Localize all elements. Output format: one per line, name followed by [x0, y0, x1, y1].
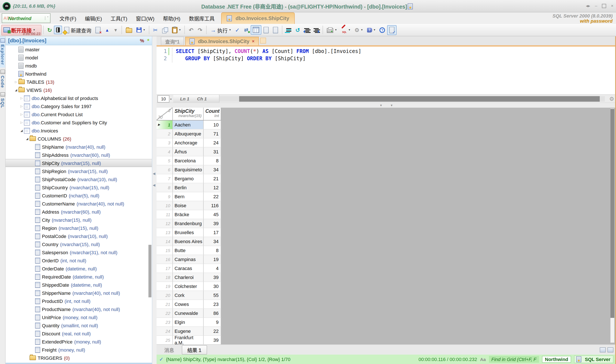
percent-icon[interactable]: %	[140, 38, 144, 43]
table-row[interactable]: 20Cork55	[157, 291, 221, 300]
row-number-cell[interactable]: 23	[157, 318, 173, 327]
tree-item-shipaddress[interactable]: ShipAddress(nvarchar(60), null)	[6, 151, 152, 159]
row-number-cell[interactable]: 12	[157, 219, 173, 228]
cell-count[interactable]: 34	[204, 237, 221, 246]
cell-shipcity[interactable]: Charleroi	[173, 273, 204, 282]
row-number-cell[interactable]: 18	[157, 273, 173, 282]
tree-item-productname[interactable]: ProductName(nvarchar(40), not null)	[6, 305, 152, 313]
chevron-down-icon[interactable]: ▾	[170, 97, 172, 100]
cell-count[interactable]: 34	[204, 165, 221, 174]
tree-item-customername[interactable]: CustomerName(nvarchar(40), not null)	[6, 199, 152, 208]
tree-item-model[interactable]: model	[6, 53, 152, 62]
tree-item-master[interactable]: master	[6, 45, 152, 53]
cell-count[interactable]: 55	[204, 291, 221, 300]
menu-item[interactable]: 窗口(W)	[132, 13, 158, 24]
sidebar-tab-explorer[interactable]: Explorer	[0, 36, 5, 67]
cell-shipcity[interactable]: Bergamo	[173, 174, 204, 183]
tree-item-shipcountry[interactable]: ShipCountry(nvarchar(15), null)	[6, 183, 152, 191]
tab-messages[interactable]: 消息	[159, 345, 179, 354]
cell-count[interactable]: 22	[204, 192, 221, 201]
cell-shipcity[interactable]: Frankfurt a.M.	[173, 336, 204, 344]
move-up-button[interactable]: ▲	[103, 26, 111, 34]
editor-results-splitter[interactable]: ▼ ▼	[157, 103, 616, 108]
cell-count[interactable]: 45	[204, 210, 221, 219]
table-row[interactable]: 5Barcelona8	[157, 156, 221, 165]
menu-item[interactable]: 文件(F)	[56, 13, 80, 24]
table-row[interactable]: ▶1Aachen10	[157, 120, 221, 130]
sidebar-tab-sql[interactable]: SQL	[0, 90, 5, 110]
maximize-button[interactable]	[602, 4, 606, 8]
grid-view-button[interactable]	[250, 25, 261, 35]
expand-arrow-icon[interactable]: ◢	[14, 88, 18, 92]
tree-item-discount[interactable]: Discount(real, not null)	[6, 329, 152, 338]
cell-count[interactable]: 116	[204, 201, 221, 210]
expand-arrow-icon[interactable]: ◢	[25, 137, 29, 140]
cell-count[interactable]: 21	[204, 174, 221, 183]
cell-shipcity[interactable]: Brandenburg	[173, 219, 204, 228]
new-tab-stub[interactable]	[260, 38, 266, 44]
refresh-button[interactable]: ↻	[45, 26, 54, 34]
cell-shipcity[interactable]: Bruxelles	[173, 228, 204, 237]
cell-count[interactable]: 39	[204, 273, 221, 282]
table-row[interactable]: 21Cowes23	[157, 300, 221, 309]
close-button[interactable]: ×	[611, 4, 614, 8]
tree-item-shippeddate[interactable]: ShippedDate(datetime, null)	[6, 281, 152, 289]
tree-item-shippername[interactable]: ShipperName(nvarchar(40), not null)	[6, 289, 152, 297]
tree-item-shipname[interactable]: ShipName(nvarchar(40), null)	[6, 143, 152, 151]
cell-count[interactable]: 9	[204, 318, 221, 327]
cell-shipcity[interactable]: Anchorage	[173, 138, 204, 147]
new-query-button[interactable]: 新建查询	[62, 25, 94, 35]
row-number-cell[interactable]: ▶1	[157, 120, 173, 130]
results-vscrollbar-thumb[interactable]	[610, 109, 614, 318]
tree-item-northwind[interactable]: Northwind	[6, 70, 152, 78]
row-number-cell[interactable]: 9	[157, 192, 173, 201]
editor-line[interactable]: 2 GROUP BY [ShipCity] ORDER BY [ShipCity…	[157, 55, 616, 62]
cut-button[interactable]: ✂	[151, 26, 160, 34]
text-result-button[interactable]	[261, 25, 271, 35]
cell-count[interactable]: 39	[204, 219, 221, 228]
cell-shipcity[interactable]: Albuquerque	[173, 130, 204, 138]
cell-shipcity[interactable]: Cork	[173, 291, 204, 300]
tree-item-shippostalcode[interactable]: ShipPostalCode(nvarchar(10), null)	[6, 175, 152, 183]
expand-arrow-icon[interactable]: ▷	[19, 96, 24, 100]
menu-item[interactable]: 工具(T)	[107, 13, 131, 24]
row-number-cell[interactable]: 22	[157, 309, 173, 318]
table-row[interactable]: 18Charleroi39	[157, 273, 221, 282]
table-row[interactable]: 8Berlin12	[157, 183, 221, 192]
tree-item-columns[interactable]: ◢COLUMNS(26)	[6, 135, 152, 143]
close-tab-icon[interactable]: ×	[252, 39, 255, 44]
cell-count[interactable]: 17	[204, 228, 221, 237]
table-row[interactable]: 19Colchester30	[157, 282, 221, 291]
row-number-cell[interactable]: 4	[157, 147, 173, 156]
editor-line[interactable]: 1SELECT [ShipCity], COUNT(*) AS [Count] …	[157, 48, 616, 55]
tree-item-current-product-list[interactable]: ▷dbo.Current Product List	[6, 110, 152, 118]
table-row[interactable]: 10Boise116	[157, 201, 221, 210]
row-number-cell[interactable]: 8	[157, 183, 173, 192]
cell-count[interactable]: 39	[204, 336, 221, 344]
validate-button[interactable]: ✓	[233, 26, 242, 34]
tree-item-invoices[interactable]: ◢dbo.Invoices	[6, 127, 152, 135]
row-number-cell[interactable]: 25	[157, 336, 173, 344]
tab-invoices-shipcity[interactable]: dbo.Invoices.ShipCity ×	[185, 37, 259, 45]
cell-count[interactable]: 24	[204, 138, 221, 147]
document-tab[interactable]: dbo.Invoices.ShipCity	[221, 13, 295, 24]
expand-arrow-icon[interactable]: ▷	[19, 104, 24, 108]
cell-shipcity[interactable]: Campinas	[173, 255, 204, 264]
collapse-left-icon[interactable]: ◀	[153, 172, 155, 176]
cell-count[interactable]: 8	[204, 156, 221, 165]
minimize-button[interactable]: –	[595, 4, 597, 8]
cell-count[interactable]: 30	[204, 282, 221, 291]
table-row[interactable]: 22Cunewalde86	[157, 309, 221, 318]
export-grid-icon[interactable]	[600, 347, 606, 352]
cell-shipcity[interactable]: Caracas	[173, 264, 204, 273]
tree-item-unitprice[interactable]: UnitPrice(money, not null)	[6, 313, 152, 321]
table-row[interactable]: 16Campinas19	[157, 255, 221, 264]
collapse-left-icon[interactable]: ◀	[153, 184, 155, 187]
cell-count[interactable]: 31	[204, 147, 221, 156]
row-number-cell[interactable]: 5	[157, 156, 173, 165]
tree-item-customerid[interactable]: CustomerID(nchar(5), null)	[6, 191, 152, 199]
tree-item-views[interactable]: ◢VIEWS(16)	[6, 86, 152, 94]
tree-item-orderid[interactable]: OrderID(int, not null)	[6, 256, 152, 264]
row-number-cell[interactable]: 15	[157, 246, 173, 255]
column-header-shipcity[interactable]: ShipCity nvarchar(15)	[173, 108, 204, 120]
